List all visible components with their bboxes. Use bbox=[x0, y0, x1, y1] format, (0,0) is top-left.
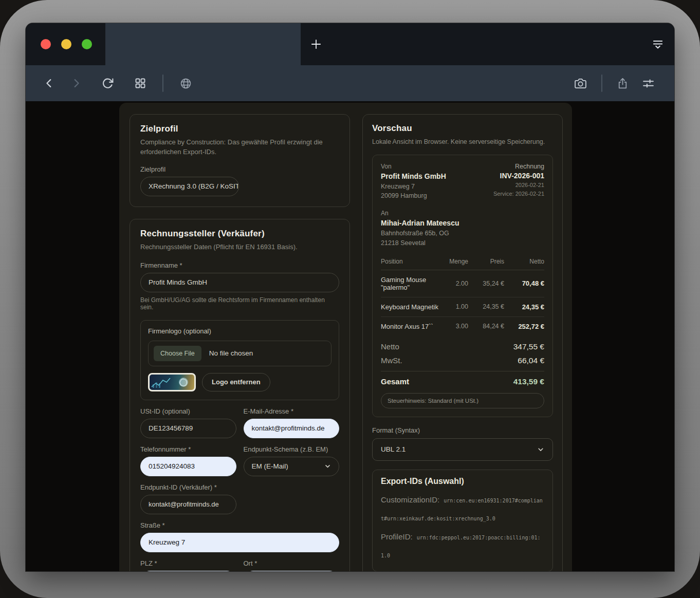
plz-input[interactable]: 20099 bbox=[140, 571, 236, 571]
table-row: Keyboard Magnetik 1.00 24,35 € 24,35 € bbox=[381, 297, 544, 317]
table-row: Monitor Axus 17`` 3.00 84,24 € 252,72 € bbox=[381, 317, 544, 336]
logo-fieldset: Firmenlogo (optional) Choose File No fil… bbox=[140, 320, 339, 400]
item-price: 84,24 € bbox=[468, 323, 504, 330]
zielprofil-subtitle: Compliance by Construction: Das gewählte… bbox=[140, 138, 339, 157]
grid-tabs-icon-button[interactable] bbox=[134, 77, 147, 90]
camera-icon bbox=[574, 77, 587, 90]
schema-select[interactable]: EM (E-Mail) bbox=[244, 457, 340, 476]
active-tab[interactable] bbox=[105, 23, 301, 65]
share-button[interactable] bbox=[616, 77, 629, 90]
col-menge: Menge bbox=[441, 258, 468, 265]
preview-column: Vorschau Lokale Ansicht im Browser. Kein… bbox=[362, 114, 563, 571]
to-label: An bbox=[381, 210, 544, 217]
endpoint-value: kontakt@profitminds.de bbox=[149, 500, 219, 508]
customization-id-label: CustomizationID: bbox=[381, 495, 439, 504]
close-window-button[interactable] bbox=[41, 39, 51, 49]
share-icon bbox=[616, 77, 629, 90]
minimize-window-button[interactable] bbox=[61, 39, 71, 49]
item-net: 70,48 € bbox=[504, 279, 544, 287]
from-city: 20099 Hamburg bbox=[381, 191, 446, 200]
format-label: Format (Syntax) bbox=[372, 426, 553, 434]
company-logo-thumbnail bbox=[148, 373, 196, 391]
zielprofil-select[interactable]: XRechnung 3.0 (B2G / KoSIT bbox=[140, 177, 239, 196]
col-preis: Preis bbox=[468, 258, 504, 265]
site-button[interactable] bbox=[179, 77, 192, 90]
zoom-window-button[interactable] bbox=[82, 39, 92, 49]
tax-note-pill: Steuerhinweis: Standard (mit USt.) bbox=[381, 393, 544, 408]
table-row: Gaming Mouse "palermo" 2.00 35,24 € 70,4… bbox=[381, 270, 544, 297]
export-ids-card: Export-IDs (Auswahl) CustomizationID:urn… bbox=[372, 470, 553, 571]
schema-value: EM (E-Mail) bbox=[252, 462, 288, 470]
netto-label: Netto bbox=[381, 342, 399, 351]
logo-file-input[interactable]: Choose File No file chosen bbox=[148, 341, 331, 366]
new-tab-button[interactable] bbox=[301, 23, 331, 65]
ustid-input[interactable]: DE123456789 bbox=[140, 419, 236, 438]
chevron-down-icon bbox=[537, 446, 544, 453]
profile-id-line: ProfileID:urn:fdc:peppol.eu:2017:poacc:b… bbox=[381, 528, 544, 564]
doc-number: INV-2026-001 bbox=[493, 172, 544, 180]
endpoint-label: Endpunkt-ID (Verkäufer) * bbox=[140, 483, 236, 491]
chevron-down-icon bbox=[324, 463, 331, 470]
item-name: Gaming Mouse "palermo" bbox=[381, 276, 441, 291]
browser-toolbar bbox=[26, 65, 674, 101]
street-label: Straße * bbox=[140, 521, 339, 529]
page-content: Zielprofil Compliance by Construction: D… bbox=[26, 101, 674, 571]
phone-label: Telefonnummer * bbox=[140, 445, 236, 453]
no-file-text: No file chosen bbox=[209, 349, 253, 357]
item-net: 252,72 € bbox=[504, 323, 544, 330]
col-netto: Netto bbox=[504, 258, 544, 265]
zielprofil-card: Zielprofil Compliance by Construction: D… bbox=[130, 114, 350, 207]
firmenname-input[interactable]: Profit Minds GmbH bbox=[140, 273, 339, 292]
item-net: 24,35 € bbox=[504, 303, 544, 311]
email-label: E-Mail-Adresse * bbox=[244, 407, 340, 415]
settings-button[interactable] bbox=[641, 77, 655, 90]
invoice-from-block: Von Profit Minds GmbH Kreuzweg 7 20099 H… bbox=[381, 163, 446, 200]
forward-button[interactable] bbox=[69, 77, 83, 90]
choose-file-button[interactable]: Choose File bbox=[154, 346, 201, 361]
sliders-icon bbox=[642, 77, 655, 90]
doc-date: 2026-02-21 bbox=[493, 181, 544, 190]
screenshot-button[interactable] bbox=[574, 77, 587, 90]
format-select[interactable]: UBL 2.1 bbox=[372, 438, 553, 461]
tab-overview-button[interactable] bbox=[641, 23, 674, 65]
from-label: Von bbox=[381, 163, 446, 170]
street-value: Kreuzweg 7 bbox=[149, 538, 185, 546]
item-name: Monitor Axus 17`` bbox=[381, 323, 441, 330]
email-value: kontakt@profitminds.de bbox=[252, 424, 325, 432]
item-qty: 2.00 bbox=[441, 280, 468, 287]
street-input[interactable]: Kreuzweg 7 bbox=[140, 533, 339, 552]
globe-icon bbox=[179, 77, 192, 90]
tab-bar-spacer bbox=[331, 23, 641, 65]
invoice-to-block: An Mihai-Adrian Mateescu Bahnhofstraße 6… bbox=[381, 210, 544, 247]
ustid-label: USt-ID (optional) bbox=[140, 407, 236, 415]
phone-value: 015204924083 bbox=[149, 462, 195, 470]
preview-subtitle: Lokale Ansicht im Browser. Keine servers… bbox=[372, 137, 553, 146]
logo-label: Firmenlogo (optional) bbox=[148, 327, 331, 335]
format-value: UBL 2.1 bbox=[381, 445, 406, 453]
mwst-label: MwSt. bbox=[381, 356, 402, 365]
profile-id-label: ProfileID: bbox=[381, 532, 413, 541]
phone-input[interactable]: 015204924083 bbox=[140, 457, 236, 476]
logo-remove-button[interactable]: Logo entfernen bbox=[202, 373, 270, 391]
doc-label: Rechnung bbox=[493, 163, 544, 170]
zielprofil-select-value: XRechnung 3.0 (B2G / KoSIT bbox=[149, 182, 239, 190]
preview-title: Vorschau bbox=[372, 123, 553, 134]
email-input[interactable]: kontakt@profitminds.de bbox=[244, 419, 340, 438]
export-ids-title: Export-IDs (Auswahl) bbox=[381, 477, 544, 486]
toolbar-divider-right bbox=[601, 74, 602, 92]
gesamt-value: 413,59 € bbox=[513, 377, 544, 386]
seller-title: Rechnungssteller (Verkäufer) bbox=[140, 229, 339, 239]
item-price: 24,35 € bbox=[468, 303, 504, 310]
netto-value: 347,55 € bbox=[513, 342, 544, 351]
ustid-value: DE123456789 bbox=[149, 424, 193, 432]
zielprofil-title: Zielprofil bbox=[140, 124, 339, 134]
reload-button[interactable] bbox=[101, 77, 114, 90]
firmenname-hint: Bei GmbH/UG/AG sollte die Rechtsform im … bbox=[140, 296, 339, 311]
from-name: Profit Minds GmbH bbox=[381, 172, 446, 180]
from-street: Kreuzweg 7 bbox=[381, 182, 446, 191]
item-name: Keyboard Magnetik bbox=[381, 303, 441, 311]
ort-input[interactable]: Hamburg bbox=[244, 571, 340, 571]
back-button[interactable] bbox=[43, 77, 56, 90]
endpoint-input[interactable]: kontakt@profitminds.de bbox=[140, 495, 236, 514]
col-position: Position bbox=[381, 258, 441, 265]
